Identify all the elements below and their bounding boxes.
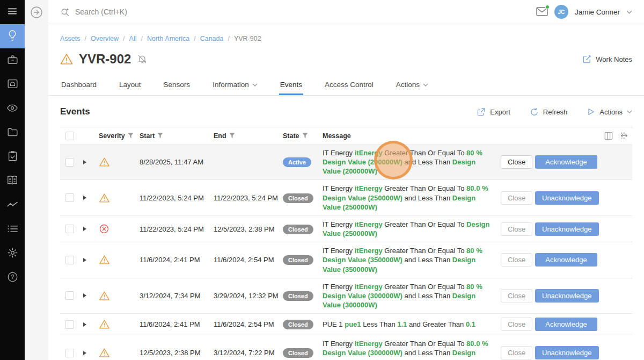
breadcrumb-item-overview[interactable]: Overview xyxy=(91,35,119,42)
filter-icon[interactable] xyxy=(128,133,134,139)
sidebar-item-settings-gear[interactable] xyxy=(0,242,25,266)
columns-icon[interactable] xyxy=(604,132,613,140)
tab-information[interactable]: Information xyxy=(211,77,259,95)
sidebar: ? xyxy=(0,0,25,360)
message-cell: IT Energy itEnergy Greater Than Or Equal… xyxy=(323,184,501,211)
tab-actions[interactable]: Actions xyxy=(395,77,429,95)
tab-dashboard[interactable]: Dashboard xyxy=(60,77,98,95)
list-icon xyxy=(7,225,18,235)
row-expand-button[interactable] xyxy=(79,226,90,232)
catalog-icon xyxy=(6,175,18,188)
export-button[interactable]: Export xyxy=(477,107,510,117)
message-cell: IT Energy itEnergy Greater Than Or Equal… xyxy=(323,339,501,360)
sidebar-item-trend-chart[interactable] xyxy=(0,193,25,218)
top-bar: Search (Ctrl+K) JC Jamie Conner xyxy=(48,0,644,24)
row-expand-button[interactable] xyxy=(79,195,90,200)
state-cell: Active xyxy=(283,157,323,167)
state-badge: Closed xyxy=(283,225,313,234)
row-checkbox[interactable] xyxy=(65,291,74,300)
ack-cell: Acknowledge xyxy=(535,318,632,331)
row-checkbox[interactable] xyxy=(65,193,74,202)
column-header-start[interactable]: Start xyxy=(140,132,214,140)
breadcrumb-item-all[interactable]: All xyxy=(129,35,137,42)
close-button[interactable]: Close xyxy=(501,289,532,303)
row-checkbox[interactable] xyxy=(65,256,74,264)
warning-severity-icon xyxy=(99,255,110,265)
filter-icon[interactable] xyxy=(157,133,163,139)
work-notes-button[interactable]: Work Notes xyxy=(582,54,632,64)
breadcrumb-item-canada[interactable]: Canada xyxy=(200,35,224,42)
close-button[interactable]: Close xyxy=(501,318,532,331)
sidebar-item-lightbulb[interactable] xyxy=(0,24,25,48)
filter-icon[interactable] xyxy=(302,133,308,139)
unacknowledge-button[interactable]: Unacknowledge xyxy=(535,346,599,359)
close-button[interactable]: Close xyxy=(501,346,532,359)
tab-layout[interactable]: Layout xyxy=(118,77,142,95)
breadcrumb-separator: / xyxy=(228,35,229,42)
close-button[interactable]: Close xyxy=(501,222,532,236)
sidebar-item-help[interactable]: ? xyxy=(0,266,25,290)
sidebar-item-asset-frame[interactable] xyxy=(0,73,25,97)
row-expand-button[interactable] xyxy=(79,322,90,327)
close-button[interactable]: Close xyxy=(501,191,532,205)
column-header-message[interactable]: Message xyxy=(323,132,501,140)
column-label: Start xyxy=(140,132,155,140)
search-input[interactable]: Search (Ctrl+K) xyxy=(60,7,127,17)
expand-arrow-icon xyxy=(83,257,87,263)
user-menu-chevron-icon[interactable] xyxy=(626,10,632,14)
column-header-state[interactable]: State xyxy=(283,132,323,140)
acknowledge-button[interactable]: Acknowledge xyxy=(535,253,597,267)
unacknowledge-button[interactable]: Unacknowledge xyxy=(535,222,599,236)
warning-severity-icon xyxy=(99,291,110,301)
sidebar-item-list[interactable] xyxy=(0,218,25,242)
sidebar-item-eye[interactable] xyxy=(0,97,25,121)
sidebar-item-catalog[interactable] xyxy=(0,169,25,193)
avatar[interactable]: JC xyxy=(554,5,568,19)
tab-label: Dashboard xyxy=(61,81,97,89)
expand-arrow-icon xyxy=(83,195,87,200)
sidebar-item-clipboard-check[interactable] xyxy=(0,145,25,169)
ack-cell: Acknowledge xyxy=(535,253,632,267)
tab-events[interactable]: Events xyxy=(279,77,303,95)
resize-columns-icon[interactable] xyxy=(619,132,629,140)
row-expand-button[interactable] xyxy=(79,257,90,263)
message-cell: IT Energy itEnergy Greater Than Or Equal… xyxy=(323,148,501,176)
close-button[interactable]: Close xyxy=(501,155,532,169)
row-expand-button[interactable] xyxy=(79,160,90,165)
acknowledge-button[interactable]: Acknowledge xyxy=(535,155,597,169)
table-row: 11/22/2023, 5:24 PM 12/5/2023, 2:38 PM C… xyxy=(60,216,632,242)
tab-access-control[interactable]: Access Control xyxy=(324,77,375,95)
breadcrumb-separator: / xyxy=(123,35,125,42)
breadcrumb-item-yvr-902: YVR-902 xyxy=(234,35,261,42)
column-header-severity[interactable]: Severity xyxy=(90,132,140,140)
table-row: 12/5/2023, 2:38 PM 3/12/2024, 7:22 PM Cl… xyxy=(60,335,632,360)
select-all-checkbox[interactable] xyxy=(65,132,74,140)
unacknowledge-button[interactable]: Unacknowledge xyxy=(535,191,599,205)
close-button[interactable]: Close xyxy=(501,253,532,267)
eye-icon xyxy=(6,104,18,114)
bell-muted-icon[interactable] xyxy=(137,54,148,64)
acknowledge-button[interactable]: Acknowledge xyxy=(535,318,597,331)
filter-icon[interactable] xyxy=(229,133,235,139)
unacknowledge-button[interactable]: Unacknowledge xyxy=(535,289,599,303)
notifications-button[interactable] xyxy=(536,7,548,17)
sidebar-item-toolbox[interactable] xyxy=(0,48,25,73)
row-checkbox[interactable] xyxy=(65,225,74,233)
user-name[interactable]: Jamie Conner xyxy=(575,8,620,16)
tab-sensors[interactable]: Sensors xyxy=(163,77,192,95)
row-checkbox[interactable] xyxy=(65,349,74,357)
breadcrumb-item-north-america[interactable]: North America xyxy=(147,35,189,42)
breadcrumb-item-assets[interactable]: Assets xyxy=(60,35,80,42)
row-checkbox[interactable] xyxy=(65,320,74,329)
ack-cell: Unacknowledge xyxy=(535,191,632,205)
sidebar-item-folder[interactable] xyxy=(0,121,25,145)
row-expand-button[interactable] xyxy=(79,293,90,298)
actions-button[interactable]: Actions xyxy=(587,107,632,116)
arrow-right-circle-icon xyxy=(30,6,43,19)
row-checkbox[interactable] xyxy=(65,158,74,167)
column-header-end[interactable]: End xyxy=(214,132,283,140)
expand-nav-button[interactable] xyxy=(30,5,43,19)
sidebar-item-menu[interactable] xyxy=(0,0,25,24)
refresh-button[interactable]: Refresh xyxy=(530,107,568,117)
row-expand-button[interactable] xyxy=(79,350,90,356)
